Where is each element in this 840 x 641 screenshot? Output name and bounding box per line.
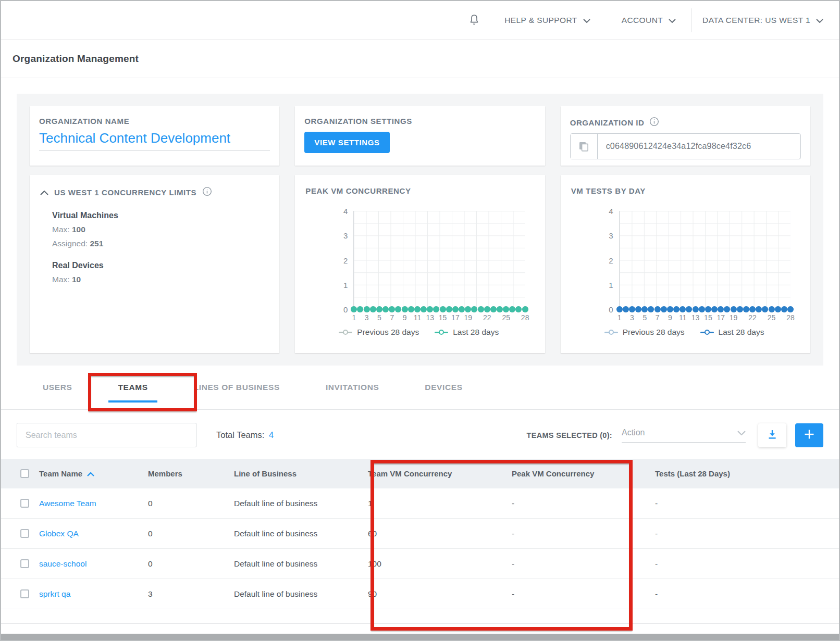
- org-name-label: ORGANIZATION NAME: [39, 117, 270, 125]
- search-teams-input[interactable]: [17, 423, 196, 447]
- legend-label: Last 28 days: [453, 328, 499, 337]
- tests-value: -: [655, 589, 839, 599]
- action-dropdown-value: Action: [622, 428, 645, 437]
- team-name-link[interactable]: Awesome Team: [39, 499, 96, 508]
- info-icon[interactable]: [649, 117, 659, 128]
- data-point: [478, 306, 484, 312]
- header-peak-vm-concurrency[interactable]: Peak VM Concurrency: [512, 469, 655, 478]
- data-point: [357, 306, 363, 312]
- chart-plot-area: 01234135791113151719222528: [619, 211, 790, 310]
- select-all-checkbox[interactable]: [20, 469, 29, 478]
- x-axis-tick: 15: [439, 313, 447, 322]
- chart-plot-area: 01234135791113151719222528: [353, 211, 525, 310]
- download-icon: [767, 429, 777, 441]
- data-point: [497, 306, 503, 312]
- y-axis-tick: 0: [343, 305, 348, 314]
- row-checkbox[interactable]: [20, 559, 29, 568]
- data-point: [635, 306, 641, 312]
- data-point: [471, 306, 477, 312]
- chevron-down-icon: [583, 16, 590, 25]
- line-of-business-value: Default line of business: [234, 499, 368, 508]
- team-vm-concurrency-value: 60: [368, 529, 512, 538]
- data-point: [452, 306, 459, 312]
- header-team-name[interactable]: Team Name: [39, 469, 82, 478]
- real-devices-title: Real Devices: [52, 261, 269, 270]
- y-axis-tick: 4: [609, 207, 613, 216]
- x-axis-tick: 1: [617, 313, 622, 322]
- header-line-of-business[interactable]: Line of Business: [234, 469, 368, 478]
- x-axis-tick: 7: [390, 313, 394, 322]
- tab-users[interactable]: USERS: [20, 366, 95, 409]
- top-nav: HELP & SUPPORT ACCOUNT DATA CENTER: US W…: [1, 1, 839, 40]
- data-point: [440, 306, 446, 312]
- tab-lines-of-business[interactable]: LINES OF BUSINESS: [171, 366, 303, 409]
- tab-invitations[interactable]: INVITATIONS: [303, 366, 402, 409]
- x-axis-tick: 5: [643, 313, 647, 322]
- x-axis-tick: 9: [668, 313, 672, 322]
- data-point: [446, 306, 452, 312]
- account-menu[interactable]: ACCOUNT: [622, 16, 676, 25]
- tab-devices[interactable]: DEVICES: [402, 366, 485, 409]
- data-point: [421, 306, 427, 312]
- chart-legend: Previous 28 daysLast 28 days: [604, 328, 800, 337]
- data-point: [389, 306, 395, 312]
- legend-marker-icon: [435, 332, 448, 333]
- legend-label: Previous 28 days: [357, 328, 419, 337]
- data-center-label: DATA CENTER: US WEST 1: [702, 16, 810, 25]
- app-window: HELP & SUPPORT ACCOUNT DATA CENTER: US W…: [0, 0, 840, 641]
- org-name-value[interactable]: Technical Content Development: [39, 130, 270, 150]
- header-tests-last-28-days[interactable]: Tests (Last 28 Days): [655, 469, 839, 478]
- data-point: [775, 306, 781, 312]
- row-checkbox[interactable]: [20, 499, 29, 508]
- y-axis-tick: 4: [343, 207, 348, 216]
- x-axis-tick: 17: [451, 313, 460, 322]
- y-axis-tick: 1: [343, 280, 348, 289]
- header-team-vm-concurrency[interactable]: Team VM Concurrency: [368, 469, 512, 478]
- nav-divider: [691, 8, 692, 32]
- header-members[interactable]: Members: [148, 469, 234, 478]
- team-name-link[interactable]: Globex QA: [39, 529, 79, 538]
- teams-toolbar: Total Teams: 4 TEAMS SELECTED (0): Actio…: [1, 423, 839, 447]
- download-button[interactable]: [758, 423, 786, 447]
- data-point: [414, 306, 421, 312]
- table-header-row: Team Name Members Line of Business Team …: [1, 459, 839, 488]
- legend-marker-icon: [339, 332, 352, 333]
- tab-teams[interactable]: TEAMS: [95, 366, 170, 409]
- row-checkbox[interactable]: [20, 529, 29, 538]
- data-center-menu[interactable]: DATA CENTER: US WEST 1: [702, 16, 823, 25]
- members-value: 0: [148, 499, 234, 508]
- add-team-button[interactable]: [795, 423, 823, 447]
- x-axis-tick: 15: [704, 313, 712, 322]
- x-axis-tick: 19: [730, 313, 738, 322]
- data-point: [673, 306, 680, 312]
- peak-vm-concurrency-value: -: [512, 589, 655, 599]
- collapse-chevron-up-icon[interactable]: [40, 188, 48, 197]
- data-point: [509, 306, 515, 312]
- view-settings-button[interactable]: VIEW SETTINGS: [304, 132, 389, 153]
- legend-ring-icon: [343, 330, 348, 335]
- org-tabs: USERS TEAMS LINES OF BUSINESS INVITATION…: [1, 366, 839, 410]
- rd-max-label: Max:: [52, 275, 70, 284]
- copy-icon[interactable]: [571, 134, 598, 159]
- help-support-menu[interactable]: HELP & SUPPORT: [504, 16, 590, 25]
- x-axis-tick: 22: [748, 313, 757, 322]
- notifications-bell-icon[interactable]: [468, 14, 480, 27]
- team-name-link[interactable]: sprkrt qa: [39, 589, 70, 599]
- data-point: [351, 306, 357, 312]
- action-dropdown[interactable]: Action: [622, 428, 746, 443]
- info-icon[interactable]: [202, 186, 212, 198]
- table-row: sauce-school 0 Default line of business …: [1, 549, 839, 579]
- legend-label: Previous 28 days: [623, 328, 685, 337]
- limits-title: US WEST 1 CONCURRENCY LIMITS: [54, 188, 196, 197]
- team-name-link[interactable]: sauce-school: [39, 559, 87, 569]
- org-id-value-field[interactable]: [598, 134, 800, 159]
- table-row: Awesome Team 0 Default line of business …: [1, 488, 839, 519]
- data-point: [737, 306, 743, 312]
- peak-vm-chart-title: PEAK VM CONCURRENCY: [305, 186, 534, 195]
- row-checkbox[interactable]: [20, 589, 29, 598]
- team-vm-concurrency-value: 90: [368, 589, 512, 599]
- tests-value: -: [655, 559, 839, 569]
- sort-up-icon[interactable]: [87, 469, 94, 478]
- x-axis-tick: 7: [656, 313, 660, 322]
- data-point: [769, 306, 775, 312]
